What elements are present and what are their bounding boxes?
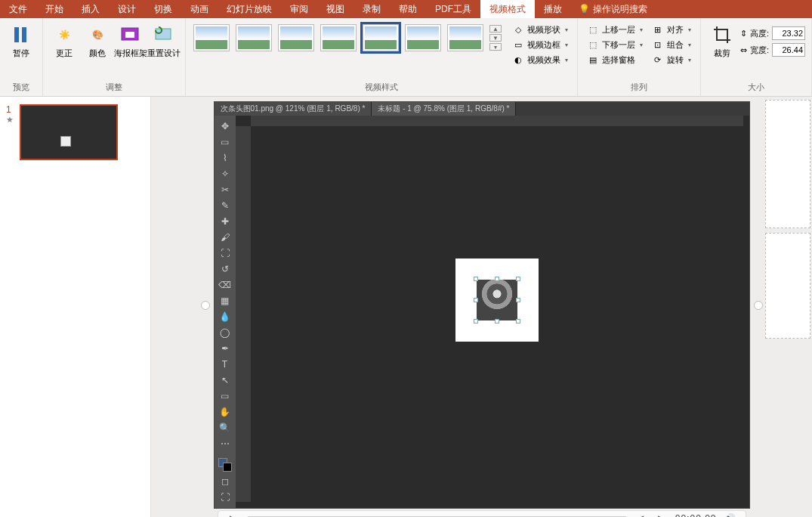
slide-thumb-1[interactable]: 1 ★ (6, 104, 144, 160)
quickmask-icon[interactable]: ◻ (219, 475, 231, 488)
width-label: 宽度: (750, 45, 769, 56)
shape-tool-icon[interactable]: ▭ (219, 390, 231, 402)
wand-tool-icon[interactable]: ✧ (219, 168, 231, 180)
transform-handle[interactable] (516, 298, 520, 302)
tab-file[interactable]: 文件 (0, 0, 36, 18)
pause-button[interactable]: 暂停 (5, 20, 38, 58)
heal-tool-icon[interactable]: ✚ (219, 215, 231, 228)
brightness-icon: ☀️ (52, 23, 76, 47)
tab-record[interactable]: 录制 (354, 0, 390, 18)
selection-handle-right[interactable] (754, 301, 763, 310)
video-style-4[interactable] (320, 24, 357, 51)
rotate-button[interactable]: ⟳旋转▾ (649, 53, 694, 67)
stamp-tool-icon[interactable]: ⛶ (219, 247, 231, 259)
align-icon: ⊞ (652, 23, 664, 36)
tab-transition[interactable]: 切换 (145, 0, 181, 18)
reset-design-button[interactable]: 重置设计 (147, 20, 181, 58)
transform-handle[interactable] (474, 298, 478, 302)
video-shape-button[interactable]: ◇视频形状▾ (509, 23, 571, 36)
artboard[interactable] (455, 258, 539, 342)
video-style-6[interactable] (405, 24, 441, 51)
ruler-horizontal (251, 116, 743, 126)
selection-pane-button[interactable]: ▤选择窗格 (584, 53, 646, 67)
video-style-3[interactable] (278, 24, 314, 51)
brush-tool-icon[interactable]: 🖌 (219, 231, 231, 243)
transform-handle[interactable] (516, 319, 520, 324)
tell-me[interactable]: 💡 操作说明搜索 (571, 3, 655, 16)
screenmode-icon[interactable]: ⛶ (219, 491, 231, 503)
step-forward-button[interactable]: ▶ (654, 511, 669, 517)
history-brush-tool-icon[interactable]: ↺ (219, 263, 231, 275)
transform-handle[interactable] (495, 277, 499, 281)
transform-handle[interactable] (474, 277, 478, 281)
poster-frame-button[interactable]: 海报框架 (114, 20, 147, 58)
dodge-tool-icon[interactable]: ◯ (219, 327, 231, 339)
svg-rect-3 (125, 32, 134, 38)
tab-design[interactable]: 设计 (109, 0, 145, 18)
tab-video-format[interactable]: 视频格式 (480, 0, 535, 18)
video-effects-button[interactable]: ◐视频效果▾ (509, 53, 571, 67)
tab-home[interactable]: 开始 (36, 0, 73, 18)
pen-tool-icon[interactable]: ✒ (219, 342, 231, 354)
video-style-2[interactable] (236, 24, 272, 51)
video-style-7[interactable] (447, 24, 483, 51)
tab-view[interactable]: 视图 (317, 0, 354, 18)
color-swatch[interactable] (218, 458, 232, 472)
crop-button[interactable]: 裁剪 (705, 20, 739, 58)
gallery-scroll[interactable]: ▲▼▾ (489, 25, 502, 51)
tab-pdf[interactable]: PDF工具 (426, 0, 480, 18)
tab-playback[interactable]: 播放 (535, 0, 571, 18)
gradient-tool-icon[interactable]: ▦ (219, 295, 231, 307)
transform-handle[interactable] (495, 319, 499, 324)
transform-handle[interactable] (516, 277, 520, 281)
video-border-label: 视频边框 (527, 39, 560, 51)
path-tool-icon[interactable]: ↖ (219, 374, 231, 386)
more-tool-icon[interactable]: ⋯ (219, 438, 231, 450)
slide: 次条头图01.png @ 121% (图层 1, RGB/8) * 未标题 - … (184, 101, 780, 517)
tab-review[interactable]: 审阅 (281, 0, 317, 18)
crop-tool-icon[interactable]: ✂ (219, 184, 231, 196)
video-style-1[interactable] (193, 24, 230, 51)
video-object[interactable]: 次条头图01.png @ 121% (图层 1, RGB/8) * 未标题 - … (214, 101, 750, 509)
border-icon: ▭ (512, 39, 524, 51)
slide-thumbnail[interactable] (20, 104, 118, 160)
type-tool-icon[interactable]: T (219, 358, 231, 370)
ps-tab-2[interactable]: 未标题 - 1 @ 75.8% (图层 1, RGB/8#) * (372, 102, 516, 116)
ps-tab-1[interactable]: 次条头图01.png @ 121% (图层 1, RGB/8) * (215, 102, 372, 116)
tab-animation[interactable]: 动画 (181, 0, 218, 18)
placeholder-box[interactable] (765, 100, 810, 228)
ps-canvas[interactable] (251, 126, 743, 474)
height-input[interactable] (772, 26, 805, 40)
width-input[interactable] (772, 43, 805, 57)
send-backward-button[interactable]: ⬚下移一层▾ (584, 38, 646, 51)
play-button[interactable]: ▶↖ (226, 511, 241, 517)
ps-toolbar: ✥ ▭ ⌇ ✧ ✂ ✎ ✚ 🖌 ⛶ ↺ ⌫ ▦ 💧 ◯ ✒ (215, 116, 236, 508)
hand-tool-icon[interactable]: ✋ (219, 406, 231, 418)
marquee-tool-icon[interactable]: ▭ (219, 136, 231, 148)
eraser-tool-icon[interactable]: ⌫ (219, 279, 231, 291)
photo-layer[interactable] (477, 280, 517, 320)
video-player-bar: ▶↖ ◀ ▶ 00:00.00 🔊 (218, 510, 746, 517)
tab-help[interactable]: 帮助 (390, 0, 426, 18)
corrections-button[interactable]: ☀️ 更正 (48, 20, 81, 58)
zoom-tool-icon[interactable]: 🔍 (219, 422, 231, 434)
blur-tool-icon[interactable]: 💧 (219, 311, 231, 323)
align-button[interactable]: ⊞对齐▾ (649, 23, 694, 36)
volume-button[interactable]: 🔊 (723, 511, 738, 517)
transform-handle[interactable] (474, 319, 478, 324)
lasso-tool-icon[interactable]: ⌇ (219, 152, 231, 164)
selection-handle-left[interactable] (201, 301, 210, 310)
move-tool-icon[interactable]: ✥ (219, 120, 231, 132)
eyedropper-tool-icon[interactable]: ✎ (219, 200, 231, 212)
workspace: 1 ★ 次条头图01.png @ 121% (图层 1, RGB/8) * 未标… (0, 97, 812, 517)
group-button[interactable]: ⊡组合▾ (649, 38, 694, 51)
color-button[interactable]: 🎨 颜色 (81, 20, 114, 58)
tab-insert[interactable]: 插入 (73, 0, 109, 18)
time-display: 00:00.00 (675, 513, 717, 517)
video-border-button[interactable]: ▭视频边框▾ (509, 38, 571, 51)
tab-slideshow[interactable]: 幻灯片放映 (218, 0, 281, 18)
placeholder-box[interactable] (765, 233, 810, 339)
video-style-5[interactable] (363, 24, 399, 51)
bring-forward-button[interactable]: ⬚上移一层▾ (584, 23, 646, 36)
step-back-button[interactable]: ◀ (633, 511, 648, 517)
